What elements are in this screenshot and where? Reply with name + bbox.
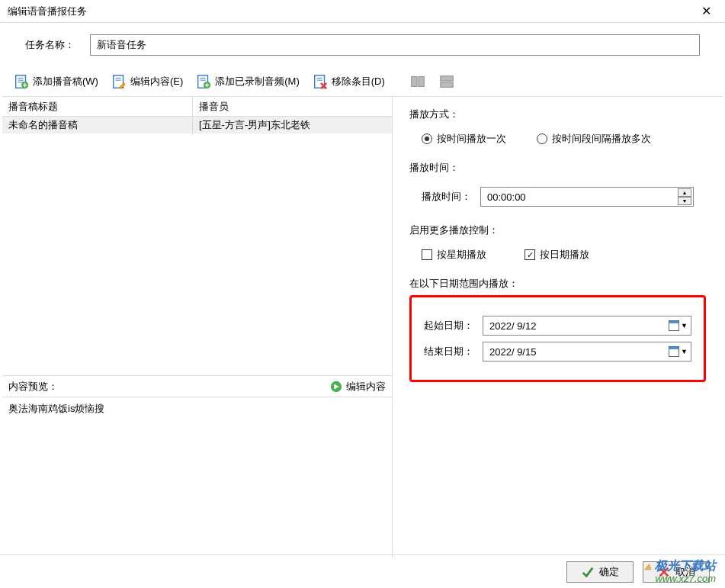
task-name-input[interactable] <box>90 34 700 56</box>
play-time-section-label: 播放时间： <box>409 161 706 175</box>
play-time-field-label: 播放时间： <box>422 190 471 204</box>
list-header: 播音稿标题 播音员 <box>2 97 392 117</box>
extra-button-1[interactable] <box>405 70 431 93</box>
list-row-voice: [五星-方言-男声]东北老铁 <box>193 117 392 135</box>
cancel-label: 取消 <box>675 565 695 579</box>
start-date-row: 起始日期： 2022/ 9/12 ▼ <box>424 316 691 336</box>
right-pane: 播放方式： 按时间播放一次 按时间段间隔播放多次 播放时间： 播放时间： 00:… <box>393 97 723 558</box>
titlebar: 编辑语音播报任务 ✕ <box>0 0 725 23</box>
chevron-down-icon: ▼ <box>681 322 688 329</box>
extra-icon-1 <box>409 73 426 90</box>
add-recorded-button[interactable]: 添加已录制音频(M) <box>191 70 304 93</box>
remove-item-button[interactable]: 移除条目(D) <box>307 70 390 93</box>
edit-document-icon <box>111 73 127 90</box>
radio-play-interval[interactable]: 按时间段间隔播放多次 <box>537 132 651 146</box>
radio-play-once[interactable]: 按时间播放一次 <box>422 132 506 146</box>
checkbox-checked-icon: ✓ <box>525 249 535 260</box>
add-script-button[interactable]: 添加播音稿(W) <box>8 70 103 93</box>
start-date-picker-button[interactable]: ▼ <box>669 320 688 331</box>
preview-edit-label: 编辑内容 <box>346 380 386 394</box>
radio-play-once-label: 按时间播放一次 <box>437 132 506 146</box>
cancel-x-icon <box>657 565 671 579</box>
svg-rect-23 <box>441 76 454 81</box>
calendar-icon <box>669 346 679 357</box>
start-date-label: 起始日期： <box>424 319 473 333</box>
list-row-title: 未命名的播音稿 <box>2 117 193 135</box>
add-audio-icon <box>195 73 212 90</box>
cancel-button[interactable]: 取消 <box>643 561 710 583</box>
preview-label: 内容预览： <box>8 380 58 394</box>
chevron-down-icon: ▼ <box>681 348 688 355</box>
end-date-picker-button[interactable]: ▼ <box>669 346 688 357</box>
checkbox-by-week-label: 按星期播放 <box>437 248 486 262</box>
svg-rect-22 <box>419 77 424 87</box>
edit-content-label: 编辑内容(E) <box>130 75 183 88</box>
end-date-input[interactable]: 2022/ 9/15 ▼ <box>483 342 691 361</box>
svg-rect-21 <box>412 77 417 87</box>
svg-rect-24 <box>441 82 454 87</box>
play-time-row: 播放时间： 00:00:00 ▲ ▼ <box>409 181 706 219</box>
toolbar: 添加播音稿(W) 编辑内容(E) 添加已录制音频(M) 移除条目(D) <box>2 67 723 97</box>
extra-icon-2 <box>438 73 455 90</box>
content-area: 任务名称： 添加播音稿(W) 编辑内容(E) 添加已录制音频(M) 移除条目(D… <box>0 23 725 558</box>
more-control-checkboxes: 按星期播放 ✓ 按日期播放 <box>409 243 706 272</box>
checkbox-by-week[interactable]: 按星期播放 <box>422 248 486 262</box>
radio-icon <box>537 133 547 144</box>
extra-button-2[interactable] <box>434 70 460 93</box>
radio-play-interval-label: 按时间段间隔播放多次 <box>552 132 651 146</box>
edit-content-button[interactable]: 编辑内容(E) <box>106 70 188 93</box>
arrow-circle-icon <box>329 380 343 394</box>
list-body[interactable]: 未命名的播音稿 [五星-方言-男声]东北老铁 <box>2 117 392 375</box>
end-date-value: 2022/ 9/15 <box>489 346 536 358</box>
date-range-section: 起始日期： 2022/ 9/12 ▼ 结束日期： 2022/ 9/15 <box>409 295 706 382</box>
preview-body: 奥法海南鸡饭is烦恼搜 <box>2 397 392 558</box>
time-spinner: ▲ ▼ <box>678 188 691 205</box>
play-mode-radios: 按时间播放一次 按时间段间隔播放多次 <box>409 127 706 156</box>
close-button[interactable]: ✕ <box>695 4 717 18</box>
play-time-input[interactable]: 00:00:00 ▲ ▼ <box>480 187 694 207</box>
task-name-label: 任务名称： <box>25 38 75 52</box>
remove-item-icon <box>312 73 329 90</box>
end-date-label: 结束日期： <box>424 345 473 358</box>
main-split: 播音稿标题 播音员 未命名的播音稿 [五星-方言-男声]东北老铁 内容预览： 编… <box>2 97 723 558</box>
preview-header: 内容预览： 编辑内容 <box>2 376 392 397</box>
checkbox-icon <box>422 249 432 260</box>
end-date-row: 结束日期： 2022/ 9/15 ▼ <box>424 342 691 361</box>
checkbox-by-date-label: 按日期播放 <box>540 248 589 262</box>
task-name-row: 任务名称： <box>2 23 723 67</box>
list-row[interactable]: 未命名的播音稿 [五星-方言-男声]东北老铁 <box>2 117 392 133</box>
footer: 确定 取消 <box>0 554 725 588</box>
add-script-label: 添加播音稿(W) <box>33 75 98 88</box>
preview-edit-link[interactable]: 编辑内容 <box>329 380 386 394</box>
checkbox-by-date[interactable]: ✓ 按日期播放 <box>525 248 589 262</box>
add-document-icon <box>13 73 30 90</box>
add-recorded-label: 添加已录制音频(M) <box>215 75 300 88</box>
start-date-input[interactable]: 2022/ 9/12 ▼ <box>483 316 691 336</box>
radio-icon <box>422 133 432 144</box>
play-mode-label: 播放方式： <box>409 108 706 121</box>
date-range-label: 在以下日期范围内播放： <box>409 277 706 291</box>
ok-label: 确定 <box>599 565 619 579</box>
left-pane: 播音稿标题 播音员 未命名的播音稿 [五星-方言-男声]东北老铁 内容预览： 编… <box>2 97 393 558</box>
spinner-up[interactable]: ▲ <box>678 188 691 197</box>
calendar-icon <box>669 320 679 331</box>
preview-section: 内容预览： 编辑内容 奥法海南鸡饭is烦恼搜 <box>2 375 392 558</box>
ok-button[interactable]: 确定 <box>566 561 634 583</box>
check-icon <box>581 565 595 579</box>
remove-item-label: 移除条目(D) <box>332 75 385 88</box>
start-date-value: 2022/ 9/12 <box>489 320 536 332</box>
play-time-value: 00:00:00 <box>487 191 526 203</box>
spinner-down[interactable]: ▼ <box>678 197 691 205</box>
dialog-title: 编辑语音播报任务 <box>8 5 87 18</box>
list-header-title[interactable]: 播音稿标题 <box>2 97 193 117</box>
more-control-label: 启用更多播放控制： <box>409 223 706 237</box>
list-header-voice[interactable]: 播音员 <box>193 97 392 117</box>
